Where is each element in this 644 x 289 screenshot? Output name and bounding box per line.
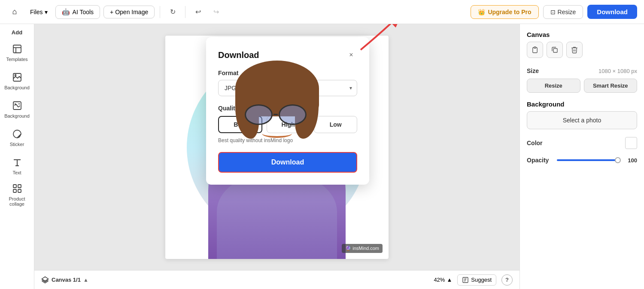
canvas-tool-duplicate[interactable] [547,42,563,58]
canvas-label: Canvas 1/1 [52,277,81,283]
opacity-knob[interactable] [615,157,621,163]
open-image-label: + Open Image [110,9,148,15]
resize-label: Resize [558,9,576,15]
sidebar-product-collage-label: Product collage [3,196,31,207]
right-panel: Canvas Size 1080 × 1080 px Resize S [519,24,644,289]
opacity-slider[interactable] [557,159,620,161]
quality-description: Best quality without insMind logo [218,137,357,143]
color-row: Color [527,137,637,149]
size-section: Size 1080 × 1080 px Resize Smart Resize [527,67,637,93]
zoom-value: 42% [434,277,445,283]
person-sweater [217,173,337,259]
resize-buttons: Resize Smart Resize [527,79,637,93]
suggest-label: Suggest [471,277,492,283]
sidebar-item-text[interactable]: Text [2,152,33,180]
background-section: Background Select a photo [527,100,637,129]
quality-low-button[interactable]: Low [314,116,357,133]
svg-rect-0 [13,45,21,53]
background-icon [12,72,22,83]
suggest-button[interactable]: Suggest [457,274,496,286]
open-image-button[interactable]: + Open Image [103,6,155,18]
ai-tools-icon: 🤖 [62,8,70,16]
opacity-value: 100 [624,157,637,164]
home-button[interactable]: ⌂ [7,4,22,20]
panel-resize-button[interactable]: Resize [527,79,580,93]
redo-button[interactable]: ↪ [209,5,223,19]
svg-rect-13 [534,47,536,48]
ai-tools-label: AI Tools [73,9,94,15]
topbar: ⌂ Files ▾ 🤖 AI Tools + Open Image ↻ ↩ ↪ … [0,0,644,24]
sidebar-item-background[interactable]: Background [2,67,33,95]
canvas-tool-delete[interactable] [566,42,583,58]
resize-button[interactable]: ⊡ Resize [543,5,583,19]
help-button[interactable]: ? [501,274,513,286]
svg-rect-6 [13,185,16,188]
templates-icon [12,44,22,55]
select-photo-button[interactable]: Select a photo [527,111,637,129]
canvas-tools [527,42,637,58]
topbar-right: 👑 Upgrade to Pro ⊡ Resize Download [471,5,637,19]
canvas-chevron-icon: ▲ [83,277,88,283]
modal-header: Download × [218,49,357,61]
undo-button[interactable]: ↩ [191,5,205,19]
svg-rect-8 [13,189,16,192]
opacity-row: Opacity 100 [527,157,637,164]
canvas-bottom-right: 42% ▲ Suggest ? [434,274,513,286]
canvas-watermark: 🔮 insMind.com [342,244,383,253]
canvas-bottom-bar: Canvas 1/1 ▲ 42% ▲ Suggest ? [34,270,519,289]
canvas-tool-copy-style[interactable] [527,42,543,58]
modal-download-button[interactable]: Download [218,152,357,173]
opacity-label: Opacity [527,157,553,164]
files-menu-button[interactable]: Files ▾ [26,6,52,18]
ai-tools-button[interactable]: 🤖 AI Tools [55,5,100,19]
resize-icon: ⊡ [550,9,556,15]
ai-background-icon [12,100,22,112]
download-top-button[interactable]: Download [587,5,637,19]
sidebar-background1-label: Background [4,85,30,90]
sticker-icon [12,129,22,140]
suggest-icon [462,277,469,283]
canvas-area: 🔮 insMind.com Download × Format JPG PNG … [34,24,519,289]
zoom-control[interactable]: 42% ▲ [434,277,452,283]
person-smile [262,129,292,138]
canvas-content[interactable]: 🔮 insMind.com Download × Format JPG PNG … [34,24,519,270]
sidebar-item-sticker[interactable]: Sticker [2,124,33,152]
sidebar-sticker-label: Sticker [10,142,24,147]
files-chevron: ▾ [45,9,48,15]
sidebar-item-templates[interactable]: Templates [2,39,33,67]
divider-1 [160,6,160,18]
help-icon: ? [505,277,509,283]
divider-2 [185,6,185,18]
layers-icon [41,276,49,284]
layers-button[interactable]: Canvas 1/1 ▲ [41,276,88,284]
text-icon [12,157,22,168]
color-label: Color [527,140,543,146]
files-label: Files [30,9,43,15]
size-label: Size [527,67,539,74]
sidebar-add-label: Add [2,27,33,37]
color-swatch[interactable] [625,137,637,149]
sidebar-item-product-collage[interactable]: Product collage [2,181,33,209]
background-panel-title: Background [527,100,637,108]
sidebar-item-ai-background[interactable]: Background [2,96,33,123]
opacity-slider-fill [557,159,620,161]
upgrade-label: Upgrade to Pro [488,9,531,15]
watermark-text: 🔮 insMind.com [345,246,379,251]
upgrade-button[interactable]: 👑 Upgrade to Pro [471,5,538,19]
sidebar-templates-label: Templates [6,57,27,62]
quality-low-label: Low [330,121,342,128]
close-icon: × [349,51,353,59]
modal-title: Download [218,50,259,60]
svg-rect-9 [18,189,21,192]
modal-close-button[interactable]: × [345,49,357,61]
main-area: Add Templates Background Background [0,24,644,289]
topbar-left: ⌂ Files ▾ 🤖 AI Tools + Open Image ↻ ↩ ↪ [7,4,467,20]
color-section: Color [527,137,637,149]
canvas-bottom-left: Canvas 1/1 ▲ [41,276,88,284]
sidebar: Add Templates Background Background [0,24,34,289]
panel-smart-resize-button[interactable]: Smart Resize [584,79,638,93]
svg-rect-7 [18,185,21,188]
svg-rect-14 [553,49,557,52]
canvas-panel-title: Canvas [527,31,637,38]
sync-button[interactable]: ↻ [165,5,180,19]
